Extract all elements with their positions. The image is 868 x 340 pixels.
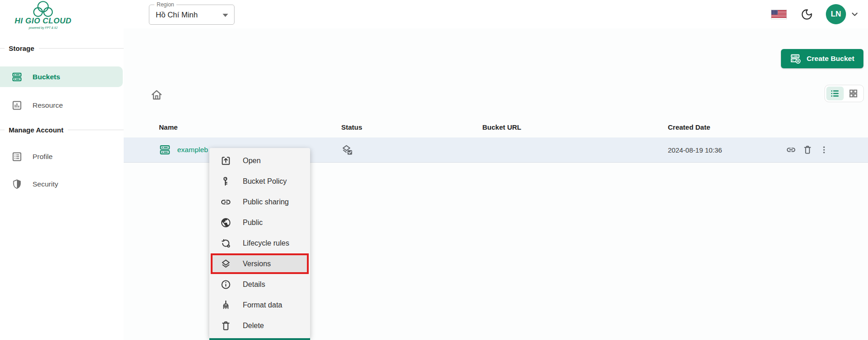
column-header-bucket-url: Bucket URL xyxy=(482,123,668,131)
chevron-down-icon[interactable] xyxy=(850,9,860,19)
menu-item-label: Versions xyxy=(243,260,271,268)
region-select[interactable]: Region Hồ Chí Minh xyxy=(149,5,235,25)
sidebar-item-resource[interactable]: Resource xyxy=(0,95,123,115)
create-bucket-label: Create Bucket xyxy=(807,55,854,63)
sidebar-section-storage: Storage xyxy=(0,44,124,53)
menu-item-label: Public xyxy=(243,219,263,227)
created-date-cell: 2024-08-19 10:36 xyxy=(668,146,784,154)
menu-item-public[interactable]: Public xyxy=(209,212,310,233)
sidebar-item-label: Profile xyxy=(33,153,53,161)
menu-item-label: Open xyxy=(243,157,261,165)
list-view-button[interactable] xyxy=(826,87,844,100)
sidebar: Storage Buckets Resource Manage Account … xyxy=(0,28,124,340)
lifecycle-gear-icon xyxy=(220,238,231,249)
menu-item-details[interactable]: Details xyxy=(209,274,310,295)
table-header: Name Status Bucket URL Created Date xyxy=(124,117,868,137)
page: HI GIO CLOUD powered by FPT & IIJ Region… xyxy=(0,0,868,340)
menu-item-label: Public sharing xyxy=(243,198,289,206)
broom-icon xyxy=(220,300,231,311)
key-icon xyxy=(220,176,231,187)
security-shield-icon xyxy=(11,179,22,190)
info-icon xyxy=(220,279,231,290)
column-header-name: Name xyxy=(159,123,341,131)
list-view-icon xyxy=(830,88,840,99)
cloud-logo-icon xyxy=(28,0,58,18)
sidebar-item-label: Security xyxy=(33,180,58,188)
bucket-name: exampleb xyxy=(177,146,208,154)
bucket-context-menu: Open Bucket Policy Public sharing Public… xyxy=(209,148,310,338)
dropdown-arrow-icon xyxy=(223,14,228,17)
sidebar-section-manage-account: Manage Account xyxy=(0,125,124,134)
versions-highlight-ring: Versions xyxy=(211,253,309,274)
create-bucket-button[interactable]: Create Bucket xyxy=(781,49,863,68)
menu-item-public-sharing[interactable]: Public sharing xyxy=(209,192,310,212)
profile-icon xyxy=(11,151,22,162)
create-bucket-icon xyxy=(790,53,801,64)
link-icon xyxy=(220,197,231,208)
grid-view-button[interactable] xyxy=(845,87,862,100)
dark-mode-moon-icon[interactable] xyxy=(801,8,813,21)
kebab-menu-icon[interactable] xyxy=(819,145,829,155)
view-toggle xyxy=(824,85,864,102)
menu-item-format-data[interactable]: Format data xyxy=(209,295,310,315)
avatar[interactable]: LN xyxy=(826,4,846,24)
bucket-icon xyxy=(159,144,171,156)
delete-trash-icon[interactable] xyxy=(802,145,813,155)
column-header-status: Status xyxy=(341,123,482,131)
region-select-value: Hồ Chí Minh xyxy=(156,5,198,24)
menu-bottom-accent xyxy=(209,338,310,340)
brand-logo: HI GIO CLOUD powered by FPT & IIJ xyxy=(6,0,80,29)
grid-view-icon xyxy=(848,88,858,99)
menu-item-label: Bucket Policy xyxy=(243,177,287,186)
versioning-check-icon xyxy=(341,144,353,156)
menu-item-label: Format data xyxy=(243,301,282,309)
brand-tagline: powered by FPT & IIJ xyxy=(29,26,58,29)
menu-item-open[interactable]: Open xyxy=(209,150,310,171)
menu-item-lifecycle-rules[interactable]: Lifecycle rules xyxy=(209,233,310,253)
bucket-status-cell xyxy=(341,144,482,156)
trash-icon xyxy=(220,320,231,331)
header-actions: LN xyxy=(771,0,860,28)
sidebar-item-security[interactable]: Security xyxy=(0,174,123,194)
copy-link-icon[interactable] xyxy=(786,145,796,155)
menu-item-label: Lifecycle rules xyxy=(243,239,289,247)
column-header-created-date: Created Date xyxy=(668,123,784,131)
breadcrumb-home-icon[interactable] xyxy=(150,88,163,101)
layers-icon xyxy=(220,258,231,269)
sidebar-item-buckets[interactable]: Buckets xyxy=(0,66,123,87)
menu-item-delete[interactable]: Delete xyxy=(209,315,310,336)
brand-name: HI GIO CLOUD xyxy=(15,16,71,26)
sidebar-item-profile[interactable]: Profile xyxy=(0,146,123,167)
menu-item-label: Details xyxy=(243,280,265,289)
bucket-icon xyxy=(11,71,22,82)
menu-item-bucket-policy[interactable]: Bucket Policy xyxy=(209,171,310,192)
menu-item-versions[interactable]: Versions xyxy=(213,255,307,272)
sidebar-item-label: Buckets xyxy=(33,73,60,81)
sidebar-item-label: Resource xyxy=(33,101,63,110)
menu-item-label: Delete xyxy=(243,322,264,330)
row-actions xyxy=(784,145,829,155)
language-flag-icon[interactable] xyxy=(771,10,786,19)
globe-icon xyxy=(220,217,231,228)
open-in-browser-icon xyxy=(220,155,231,166)
resource-chart-icon xyxy=(11,100,22,111)
top-header: HI GIO CLOUD powered by FPT & IIJ Region… xyxy=(0,0,868,28)
